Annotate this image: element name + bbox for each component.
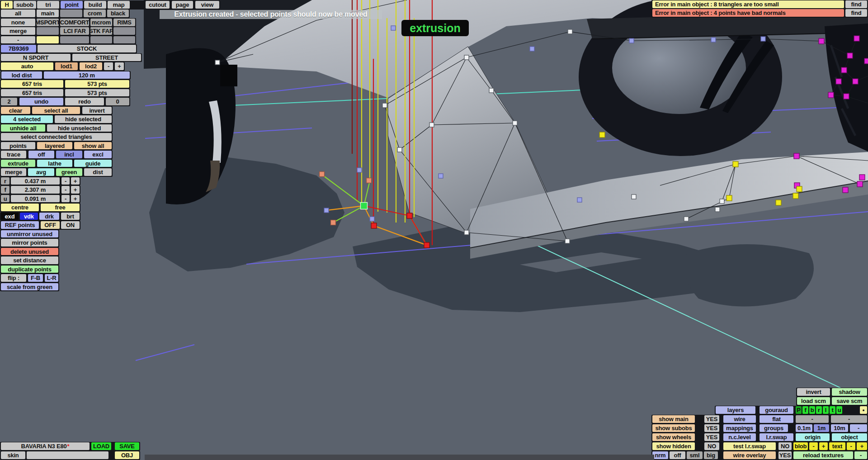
cell-button[interactable]: + <box>71 177 80 185</box>
vertex-point-yellow[interactable] <box>726 195 732 201</box>
vertex-point-magenta[interactable] <box>836 79 841 84</box>
brt-button[interactable]: brt <box>61 213 80 220</box>
select-all-button[interactable]: select all <box>32 107 80 114</box>
all-button[interactable]: all <box>1 9 35 17</box>
scale-from-green-button[interactable]: scale from green <box>1 283 58 290</box>
l-r-swap-button[interactable]: l.r.swap <box>760 433 793 441</box>
l-button[interactable]: l <box>823 406 829 414</box>
merge-button[interactable]: merge <box>1 168 26 176</box>
p-button[interactable]: P <box>796 406 802 414</box>
vertex-point-white[interactable] <box>464 55 469 60</box>
vdk-button[interactable]: vdk <box>20 213 38 220</box>
573-pts-button[interactable]: 573 pts <box>65 89 129 96</box>
vertex-point-lavender[interactable] <box>577 198 582 202</box>
vertex-point-magenta[interactable] <box>794 153 799 159</box>
vertex-point-white[interactable] <box>632 194 636 199</box>
dist-button[interactable]: dist <box>84 168 112 176</box>
obj-button[interactable]: OBJ <box>115 451 139 459</box>
0-button[interactable]: 0 <box>106 98 129 105</box>
show-subobs-button[interactable]: show subobs <box>652 424 695 432</box>
blob-button[interactable]: blob <box>793 442 808 450</box>
green-button[interactable]: green <box>56 168 82 176</box>
f-button[interactable]: f <box>802 406 808 414</box>
t-button[interactable]: t <box>830 406 835 414</box>
cell-button[interactable]: - <box>61 195 70 202</box>
120-m-button[interactable]: 120 m <box>44 71 130 79</box>
select-connected-triangles-button[interactable]: select connected triangles <box>1 133 112 141</box>
cell-button[interactable]: + <box>115 62 124 70</box>
skin-button[interactable]: skin <box>1 451 25 459</box>
unhide-all-button[interactable]: unhide all <box>1 124 45 132</box>
657-tris-button[interactable]: 657 tris <box>1 80 63 88</box>
main-button[interactable]: main <box>37 9 59 17</box>
vertex-point-salmon[interactable] <box>367 178 372 183</box>
u-button[interactable]: u <box>1 195 9 202</box>
vertex-point-lavender[interactable] <box>530 47 534 51</box>
yes-button[interactable]: YES <box>778 451 792 459</box>
centre-button[interactable]: centre <box>1 204 39 211</box>
cell-button[interactable]: + <box>857 442 867 450</box>
load-scm-button[interactable]: load scm <box>797 397 830 405</box>
wire-overlay-button[interactable]: wire overlay <box>723 451 776 459</box>
573-pts-button[interactable]: 573 pts <box>65 80 129 88</box>
reload-textures-button[interactable]: reload textures <box>793 451 853 459</box>
cell-button[interactable]: - <box>854 451 867 459</box>
test-l-r-swap-button[interactable]: test l.r.swap <box>723 442 776 450</box>
cell-button[interactable]: • <box>860 406 867 414</box>
cell-button[interactable] <box>27 451 108 459</box>
vertex-point-yellow[interactable] <box>797 186 802 192</box>
load-button[interactable]: LOAD <box>91 442 111 450</box>
vertex-point-magenta[interactable] <box>854 36 859 41</box>
auto-button[interactable]: auto <box>1 62 53 70</box>
vertex-point-magenta[interactable] <box>819 38 824 44</box>
f-b-button[interactable]: F-B <box>28 274 43 282</box>
on-button[interactable]: ON <box>61 221 80 229</box>
vertex-point-white[interactable] <box>513 121 517 125</box>
error-in-main-object-8-triangles-are-too-small-button[interactable]: Error in main object : 8 triangles are t… <box>652 0 844 8</box>
vertex-point-yellow[interactable] <box>793 193 798 199</box>
crom-button[interactable]: crom <box>84 9 106 17</box>
vertex-point-red[interactable] <box>424 242 429 248</box>
vertex-point-white[interactable] <box>489 88 494 93</box>
no-button[interactable]: NO <box>704 442 719 450</box>
ref-points-button[interactable]: REF points <box>1 221 39 229</box>
street-button[interactable]: STREET <box>72 54 141 61</box>
cell-button[interactable] <box>60 36 89 43</box>
n-sport-button[interactable]: N SPORT <box>1 54 71 61</box>
cell-button[interactable]: - <box>809 442 818 450</box>
cell-button[interactable] <box>113 36 135 43</box>
view-button[interactable]: view <box>195 1 219 9</box>
vertex-point-white[interactable] <box>715 207 720 212</box>
r-button[interactable]: r <box>1 177 9 185</box>
vertex-point-lavender[interactable] <box>370 217 374 221</box>
save-button[interactable]: SAVE <box>115 442 139 450</box>
flip-button[interactable]: flip : <box>1 274 26 282</box>
4-selected-button[interactable]: 4 selected <box>1 115 53 123</box>
vertex-point-white[interactable] <box>215 60 220 65</box>
hide-selected-button[interactable]: hide selected <box>55 115 112 123</box>
excl-button[interactable]: excl <box>84 151 112 158</box>
duplicate-points-button[interactable]: duplicate points <box>1 266 58 273</box>
free-button[interactable]: free <box>41 204 80 211</box>
hide-unselected-button[interactable]: hide unselected <box>47 124 112 132</box>
vertex-point-lavender[interactable] <box>629 38 634 43</box>
layered-button[interactable]: layered <box>37 142 72 149</box>
vertex-point-salmon[interactable] <box>320 172 325 177</box>
error-in-main-object-4-points-have-bad-normals-button[interactable]: Error in main object : 4 points have bad… <box>652 9 844 17</box>
0-091-m-button[interactable]: 0.091 m <box>11 195 60 202</box>
cell-button[interactable] <box>37 27 59 35</box>
tri-button[interactable]: tri <box>37 1 59 9</box>
vertex-point-magenta[interactable] <box>844 94 849 99</box>
lci-far-button[interactable]: LCI FAR <box>60 27 89 35</box>
big-button[interactable]: big <box>704 451 718 459</box>
nrm-button[interactable]: nrm <box>652 451 668 459</box>
mappings-button[interactable]: mappings <box>723 424 756 432</box>
msport-button[interactable]: MSPORT <box>37 19 59 26</box>
cell-button[interactable]: - <box>104 62 113 70</box>
delete-unused-button[interactable]: delete unused <box>1 248 58 255</box>
viewport-3d[interactable] <box>0 0 868 460</box>
vertex-point-lavender[interactable] <box>324 208 329 213</box>
yes-button[interactable]: YES <box>704 424 719 432</box>
avg-button[interactable]: avg <box>28 168 54 176</box>
10m-button[interactable]: 10m <box>831 424 848 432</box>
